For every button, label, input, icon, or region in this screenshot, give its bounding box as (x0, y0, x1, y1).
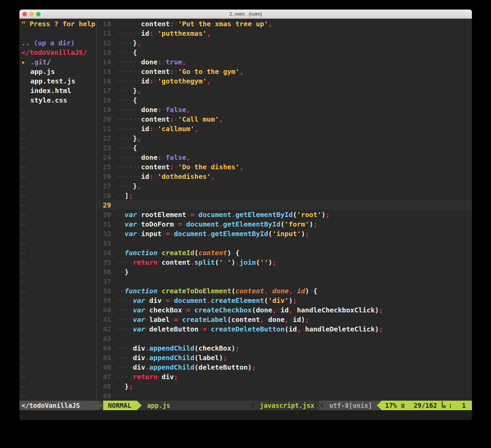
command-line[interactable] (19, 410, 472, 420)
code-line[interactable]: 33 (97, 238, 472, 248)
code-line[interactable]: 25······content:·'Do·the·dishes', (97, 162, 472, 172)
gutter-gap (111, 191, 116, 200)
token: createId (161, 249, 194, 257)
code-line[interactable]: 26······id:·'dothedishes', (97, 172, 472, 181)
code-line[interactable]: 10······content:·'Put·the·xmas·tree·up', (97, 19, 472, 29)
whitespace-dot: · (174, 67, 178, 76)
line-number: 48 (97, 382, 111, 391)
tree-item-index-html[interactable]: index.html (19, 86, 96, 95)
token: ····} (116, 87, 137, 95)
code-line[interactable]: 42····var·deleteButton·=·createDeleteBut… (97, 324, 472, 334)
code-line[interactable]: 23····{ (97, 143, 472, 153)
token: ) (289, 296, 293, 305)
token: ; (379, 325, 383, 333)
code-line[interactable]: 37 (97, 277, 472, 286)
token: ·checkBox· (145, 306, 186, 314)
code-line[interactable]: 15······content:·'Go·to·the·gym', (97, 67, 472, 76)
menu-lines-icon (401, 401, 405, 410)
token: function (125, 287, 157, 295)
code-line[interactable]: 48··}; (97, 382, 472, 391)
code-line[interactable]: 38··function·createToDoElement(content,·… (97, 286, 472, 296)
token: ··] (116, 191, 129, 200)
title-bar[interactable]: 2. nvim . (nvim) (19, 10, 472, 19)
code-line[interactable]: 35····return·content.split('·').join('')… (97, 258, 472, 267)
whitespace-dot: · (174, 115, 178, 123)
token: ····} (116, 182, 137, 190)
token: ; (326, 211, 330, 219)
code-line[interactable]: 17····}, (97, 86, 472, 95)
whitespace-dot: · (121, 144, 125, 152)
whitespace-dot: · (137, 67, 141, 76)
code-text: ······id:·'dothedishes', (116, 172, 215, 181)
code-line[interactable]: 46····div.appendChild(deleteButton); (97, 362, 472, 372)
token: createElement (211, 296, 264, 305)
token: ·· (116, 249, 125, 257)
whitespace-dot: · (116, 77, 121, 85)
code-line[interactable]: 14······done:·true, (97, 57, 472, 67)
nerdtree-up-dir[interactable]: .. (up a dir) (19, 38, 96, 48)
code-line[interactable]: 21······id:·'callmum', (97, 124, 472, 134)
nvim-terminal: " Press ? for help.. (up a dir)</todoVan… (19, 19, 472, 420)
whitespace-dot: · (231, 20, 235, 28)
code-line[interactable]: 19······done:·false, (97, 105, 472, 114)
whitespace-dot: · (199, 325, 203, 333)
whitespace-dot: · (116, 354, 121, 362)
code-line[interactable]: 20······content:·'Call·mum', (97, 114, 472, 124)
token: , (239, 163, 243, 171)
token: )·{ (227, 249, 239, 257)
encoding-segment: utf-8[unix] (319, 401, 377, 410)
code-line[interactable]: 36··} (97, 267, 472, 277)
close-button[interactable] (22, 12, 27, 16)
code-line[interactable]: 28··]; (97, 191, 472, 200)
code-line[interactable]: 40····var·checkBox·=·createCheckbox(done… (97, 305, 472, 315)
current-file-name: app.js (142, 401, 171, 410)
tree-item--git[interactable]: .git/ (19, 57, 96, 67)
empty-buffer-tilde: ~ (19, 238, 96, 248)
whitespace-dot: · (125, 96, 129, 104)
token: : (157, 58, 161, 66)
token: ; (305, 315, 309, 324)
code-line[interactable]: 41····var·label·=·createLabel(content,·d… (97, 315, 472, 324)
code-line[interactable]: 44····div.appendChild(checkBox); (97, 343, 472, 353)
code-line[interactable]: 22····}, (97, 134, 472, 143)
whitespace-dot: · (129, 115, 133, 123)
token: false (166, 106, 186, 114)
code-line[interactable]: 29 (97, 200, 472, 210)
code-line[interactable]: 47····return·div; (97, 372, 472, 382)
code-line[interactable]: 32··var·input·=·document.getElementById(… (97, 229, 472, 238)
code-line[interactable]: 39····var·div·=·document.createElement('… (97, 296, 472, 305)
code-line[interactable]: 18····{ (97, 95, 472, 105)
tree-item-style-css[interactable]: style.css (19, 95, 96, 105)
token: , (272, 306, 276, 314)
tree-item-app-test-js[interactable]: app.test.js (19, 76, 96, 86)
token: 'dothedishes' (157, 172, 211, 181)
tree-item-app-js[interactable]: app.js (19, 67, 96, 76)
code-line[interactable]: 34··function·createId(content)·{ (97, 248, 472, 258)
code-line[interactable]: 27····}, (97, 181, 472, 191)
code-line[interactable]: 49 (97, 391, 472, 401)
code-line[interactable]: 12····}, (97, 38, 472, 48)
whitespace-dot: · (133, 29, 137, 37)
minimize-button[interactable] (29, 12, 34, 16)
code-line[interactable]: 30··var·rootElement·=·document.getElemen… (97, 210, 472, 219)
nerdtree-root-path[interactable]: </todoVanillaJS/ (19, 48, 96, 57)
code-line[interactable]: 16······id:·'gotothegym', (97, 76, 472, 86)
whitespace-dot: · (133, 115, 137, 123)
code-line[interactable]: 45····div.appendChild(label); (97, 353, 472, 362)
token: = (203, 325, 207, 333)
whitespace-dot: · (207, 163, 211, 171)
token: = (178, 220, 182, 228)
empty-buffer-tilde: ~ (19, 296, 96, 305)
code-line[interactable]: 31··var·toDoForm·=·document.getElementBy… (97, 219, 472, 229)
token: createToDoElement (161, 287, 231, 295)
token: . (145, 363, 149, 371)
token: ( (194, 249, 199, 257)
code-line[interactable]: 11······id:·'putthexmas', (97, 29, 472, 38)
gutter-gap (111, 238, 116, 248)
code-line[interactable]: 13····{ (97, 48, 472, 57)
whitespace-dot: · (121, 363, 125, 371)
code-line[interactable]: 43 (97, 334, 472, 343)
code-line[interactable]: 24······done:·false, (97, 153, 472, 162)
zoom-button[interactable] (36, 12, 41, 16)
statusline-spacer (170, 401, 250, 410)
